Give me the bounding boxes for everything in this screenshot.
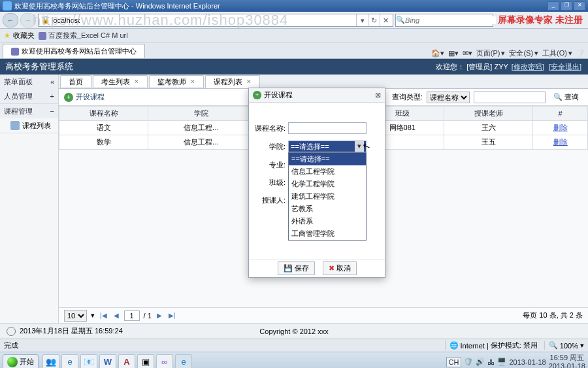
save-icon: 💾: [284, 264, 293, 273]
close-icon[interactable]: ✕: [246, 78, 252, 85]
tray-icon[interactable]: 🖧: [487, 358, 495, 366]
sidebar-section-personnel[interactable]: 人员管理+: [0, 89, 58, 103]
tab-courses[interactable]: 课程列表✕: [205, 75, 260, 88]
course-name-input[interactable]: [288, 122, 367, 134]
save-button[interactable]: 💾保存: [278, 261, 315, 275]
search-icon: 🔍: [396, 16, 405, 24]
start-button[interactable]: 开始: [3, 354, 39, 369]
filter-type-select[interactable]: 课程名称: [427, 92, 470, 103]
sidebar-section-course[interactable]: 课程管理−: [0, 104, 58, 118]
page-footer: 2013年1月18日 星期五 16:59:24 Copyright © 2012…: [0, 323, 588, 339]
search-input[interactable]: [405, 16, 496, 24]
change-password-link[interactable]: [修改密码]: [512, 63, 544, 71]
sidebar-item-course-list[interactable]: 课程列表: [0, 118, 58, 133]
windows-icon: [7, 357, 18, 367]
page-first-icon[interactable]: |◀: [99, 312, 108, 319]
cancel-button[interactable]: ✖取消: [323, 261, 357, 275]
plus-icon: +: [253, 91, 261, 99]
label-teacher: 授课人:: [254, 194, 288, 205]
mail-button[interactable]: ✉▾: [463, 49, 472, 58]
college-select[interactable]: ==请选择==▾ ↖ ==请选择== 信息工程学院 化学工程学院 建筑工程学院 …: [288, 141, 367, 152]
home-button[interactable]: 🏠▾: [431, 49, 444, 58]
dropdown-option[interactable]: 信息工程学院: [289, 165, 366, 178]
tray-clock[interactable]: 16:59 周五 2013-01-18: [549, 354, 585, 368]
feeds-button[interactable]: ▦▾: [448, 49, 459, 58]
tools-menu[interactable]: 工具(O)▾: [542, 48, 572, 58]
delete-link[interactable]: 删除: [553, 124, 568, 131]
logout-link[interactable]: [安全退出]: [549, 63, 581, 71]
dropdown-option[interactable]: ==请选择==: [289, 153, 366, 165]
delete-link[interactable]: 删除: [553, 138, 568, 146]
url-input[interactable]: [52, 16, 356, 24]
dropdown-option[interactable]: 工商管理学院: [289, 227, 366, 240]
page-menu[interactable]: 页面(P)▾: [476, 48, 506, 58]
taskbar-ie-active[interactable]: e: [175, 354, 192, 369]
sidebar-collapse[interactable]: «: [50, 78, 54, 86]
copyright: Copyright © 2012 xxx: [259, 327, 328, 335]
stop-icon[interactable]: ✕: [380, 14, 391, 26]
tray-icon[interactable]: 🛡️: [464, 358, 473, 366]
browser-search[interactable]: 🔍: [395, 14, 493, 27]
refresh-icon[interactable]: ↻: [368, 14, 380, 26]
add-course-button[interactable]: + 开设课程: [64, 92, 105, 102]
close-icon[interactable]: ✕: [134, 78, 139, 85]
label-college: 学院:: [254, 141, 288, 152]
list-icon: [10, 121, 20, 130]
ie-status-bar: 完成 🌐Internet | 保护模式: 禁用 🔍 100% ▾: [0, 339, 588, 352]
taskbar-app[interactable]: ▣: [137, 354, 154, 369]
taskbar-app[interactable]: 👥: [42, 354, 59, 369]
address-bar[interactable]: 🔒 ▾ ↻ ✕: [38, 14, 393, 27]
help-button[interactable]: ❔: [576, 49, 585, 58]
taskbar-app[interactable]: 📧: [80, 354, 97, 369]
page-last-icon[interactable]: ▶|: [167, 312, 177, 319]
tray-lang[interactable]: CH: [446, 357, 462, 367]
site-icon: [39, 32, 46, 40]
tray-icon[interactable]: 🔊: [476, 358, 485, 366]
col-teacher[interactable]: 授课老师: [444, 107, 533, 121]
page-prev-icon[interactable]: ◀: [112, 312, 120, 319]
minimize-button[interactable]: _: [547, 1, 559, 10]
forward-button[interactable]: →: [20, 13, 36, 27]
dropdown-icon[interactable]: ▾: [356, 14, 368, 26]
dialog-close-icon[interactable]: ⊠: [375, 91, 381, 99]
favorites-star-icon[interactable]: ★: [4, 31, 10, 40]
dropdown-option[interactable]: 建筑工程学院: [289, 190, 366, 203]
search-button[interactable]: 🔍 查询: [549, 91, 583, 103]
safety-menu[interactable]: 安全(S)▾: [509, 48, 538, 58]
close-button[interactable]: ✕: [574, 1, 585, 10]
sidebar: 菜单面板 « 人员管理+ 课程管理− 课程列表: [0, 75, 59, 323]
page-tab[interactable]: 欢迎使用高校考务网站后台管理中心: [3, 44, 145, 58]
status-done: 完成: [4, 341, 18, 350]
page-number-input[interactable]: [124, 310, 140, 321]
tab-invigilators[interactable]: 监考教师✕: [149, 75, 204, 88]
taskbar-access[interactable]: A: [118, 354, 135, 369]
taskbar-vs[interactable]: ∞: [156, 354, 173, 369]
col-action[interactable]: #: [533, 107, 588, 121]
dropdown-option[interactable]: 外语系: [289, 215, 366, 227]
taskbar-word[interactable]: W: [99, 354, 116, 369]
col-name[interactable]: 课程名称: [59, 107, 148, 121]
taskbar-ie[interactable]: e: [61, 354, 78, 369]
back-button[interactable]: ←: [3, 13, 18, 27]
dropdown-option[interactable]: 化学工程学院: [289, 178, 366, 190]
window-title: 欢迎使用高校考务网站后台管理中心 - Windows Internet Expl…: [14, 1, 547, 11]
zoom-control[interactable]: 🔍 100% ▾: [544, 341, 584, 350]
main-area: 菜单面板 « 人员管理+ 课程管理− 课程列表 首页 考生列表✕ 监考教师✕ 课…: [0, 75, 588, 323]
tab-home[interactable]: 首页: [60, 75, 91, 88]
favorites-link[interactable]: 百度搜索_Excel C# M url: [39, 31, 128, 41]
label-major: 专业:: [254, 159, 288, 170]
col-college[interactable]: 学院: [148, 107, 255, 121]
close-icon[interactable]: ✕: [190, 78, 195, 85]
tray-icon[interactable]: 🖥️: [497, 358, 506, 366]
page-size-select[interactable]: 10: [64, 310, 87, 322]
tab-examinees[interactable]: 考生列表✕: [93, 75, 148, 88]
recorder-watermark: 屏幕录像专家 未注册: [495, 14, 585, 26]
page-next-icon[interactable]: ▶: [155, 312, 163, 319]
maximize-button[interactable]: ❐: [561, 1, 572, 10]
tray-date: 2013-01-18: [509, 358, 546, 366]
app-title: 高校考务管理系统: [5, 61, 73, 73]
sidebar-header: 菜单面板 «: [0, 75, 58, 89]
dropdown-option[interactable]: 艺教系: [289, 203, 366, 215]
dialog-header[interactable]: + 开设课程 ⊠: [249, 88, 385, 103]
filter-input[interactable]: [474, 92, 546, 103]
